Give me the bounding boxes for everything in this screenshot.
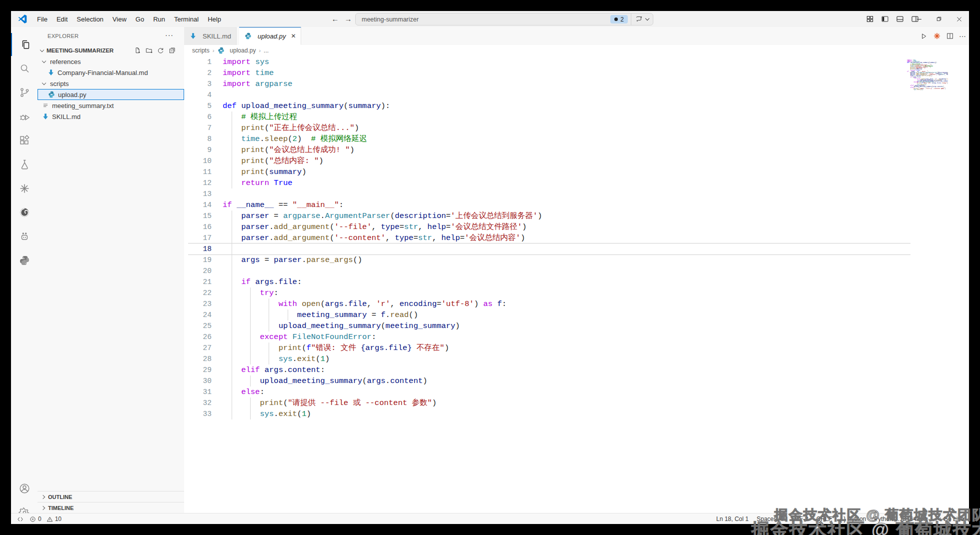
activity-extensions-icon[interactable] (11, 129, 38, 152)
code-line[interactable]: args = parser.parse_args() (223, 254, 362, 266)
chevron-right-icon (41, 495, 45, 499)
sidebar-section-outline[interactable]: OUTLINE (38, 491, 184, 502)
toggle-sidebar-left-icon[interactable] (879, 13, 891, 25)
line-number: 18 (184, 244, 212, 254)
code-line[interactable]: # 模拟上传过程 (223, 112, 297, 122)
indent-guide (232, 178, 232, 188)
code-line[interactable]: elif args.content: (223, 364, 325, 376)
tab-upload-py[interactable]: upload.py✕ (239, 27, 301, 45)
code-line[interactable]: upload_meeting_summary(meeting_summary) (223, 320, 460, 332)
code-line[interactable]: return True (223, 178, 293, 188)
explorer-actions (134, 46, 176, 54)
tree-item-company-financial-manual-md[interactable]: Company-Financial-Manual.md (38, 67, 184, 78)
code-line[interactable]: print("请提供 --file 或 --content 参数") (223, 398, 437, 408)
code-editor[interactable]: 1import sys2import time3import argparse4… (184, 56, 969, 513)
menu-file[interactable]: File (33, 14, 52, 24)
activity-account-icon[interactable] (11, 477, 38, 500)
split-editor-icon[interactable] (946, 32, 954, 40)
nav-back-icon[interactable]: ← (329, 14, 341, 24)
menu-edit[interactable]: Edit (53, 14, 72, 24)
sidebar-more-actions-icon[interactable]: ··· (165, 31, 174, 39)
activity-run-debug-icon[interactable] (11, 105, 38, 128)
notification-badge[interactable]: 2 (610, 15, 628, 24)
chat-button[interactable] (631, 14, 653, 25)
sidebar-section-timeline[interactable]: TIMELINE (38, 502, 184, 514)
menu-run[interactable]: Run (149, 14, 169, 24)
project-section-header[interactable]: MEETING-SUMMARIZER (38, 45, 184, 56)
tree-item-meeting-summary-txt[interactable]: meeting_summary.txt (38, 100, 184, 111)
menu-view[interactable]: View (109, 14, 131, 24)
nav-forward-icon[interactable]: → (342, 14, 354, 24)
code-line[interactable]: try: (223, 288, 279, 298)
restore-icon[interactable] (929, 11, 949, 27)
line-number: 16 (184, 222, 212, 232)
new-file-icon[interactable] (134, 46, 142, 54)
code-line[interactable]: sys.exit(1) (223, 408, 311, 420)
code-line[interactable]: else: (223, 386, 265, 398)
breadcrumb-item[interactable]: ... (264, 47, 269, 54)
status-item-ln-18-col-1[interactable]: Ln 18, Col 1 (716, 516, 749, 522)
search-value[interactable]: meeting-summarizer (356, 16, 610, 23)
chat-bubble-icon (635, 16, 643, 23)
editor-more-actions-icon[interactable]: ··· (959, 32, 966, 40)
minimize-icon[interactable] (909, 11, 929, 27)
activity-explorer-files-icon[interactable] (11, 33, 39, 56)
code-line[interactable]: meeting_summary = f.read() (223, 310, 418, 320)
code-line[interactable]: upload_meeting_summary(args.content) (223, 376, 427, 386)
code-line[interactable]: import time (223, 68, 274, 78)
new-folder-icon[interactable] (145, 46, 153, 54)
menu-terminal[interactable]: Terminal (170, 14, 203, 24)
code-line[interactable]: print("总结内容: ") (223, 156, 324, 166)
code-line[interactable]: sys.exit(1) (223, 354, 330, 364)
problems-indicator[interactable]: 0 10 (30, 516, 62, 522)
activity-source-control-icon[interactable] (11, 81, 38, 104)
activity-python-extension-icon[interactable] (11, 249, 38, 272)
run-ext-icon[interactable] (933, 32, 941, 40)
tree-item-references[interactable]: references (38, 56, 184, 67)
activity-search-icon[interactable] (11, 57, 38, 80)
code-line[interactable]: import argparse (223, 78, 293, 90)
code-line[interactable]: parser.add_argument('--file', type=str, … (223, 222, 527, 232)
activity-asterisk-extension-icon[interactable] (11, 177, 38, 200)
close-icon[interactable]: ✕ (291, 32, 296, 40)
code-line[interactable]: def upload_meeting_summary(summary): (223, 100, 390, 112)
tree-item-upload-py[interactable]: upload.py (38, 89, 184, 100)
refresh-icon[interactable] (157, 46, 165, 54)
minimap[interactable]: import sysimport timeimport argparsedef … (907, 60, 948, 96)
activity-robot-ai-icon[interactable] (11, 225, 38, 248)
activity-testing-flask-icon[interactable] (11, 153, 38, 176)
toggle-panel-icon[interactable] (894, 13, 906, 25)
code-line[interactable]: parser.add_argument('--content', type=st… (223, 232, 525, 244)
breadcrumb-item[interactable]: scripts (192, 47, 210, 54)
activity-swirl-extension-icon[interactable] (11, 201, 38, 224)
tree-item-skill-md[interactable]: SKILL.md (38, 111, 184, 122)
play-icon[interactable] (919, 32, 928, 40)
remote-icon[interactable] (17, 516, 24, 522)
code-line[interactable]: print("正在上传会议总结...") (223, 122, 359, 134)
menu-go[interactable]: Go (132, 14, 148, 24)
code-line[interactable]: if args.file: (223, 276, 302, 288)
code-line[interactable]: except FileNotFoundError: (223, 332, 376, 342)
indent-guide (232, 310, 232, 320)
command-center-search[interactable]: meeting-summarizer 2 (355, 13, 653, 26)
collapse-all-icon[interactable] (168, 46, 176, 54)
customize-layout-icon[interactable] (864, 13, 876, 25)
code-line[interactable]: import sys (223, 56, 269, 68)
menu-help[interactable]: Help (204, 14, 225, 24)
code-line[interactable]: print("会议总结上传成功! ") (223, 144, 355, 156)
code-line[interactable]: print(summary) (223, 166, 306, 178)
breadcrumb[interactable]: scripts›upload.py›... (184, 45, 969, 56)
close-icon[interactable] (949, 11, 969, 27)
code-line[interactable]: with open(args.file, 'r', encoding='utf-… (223, 298, 507, 310)
tab-skill-md[interactable]: SKILL.md (184, 27, 237, 45)
line-number: 15 (184, 210, 212, 222)
indent-guide (250, 398, 251, 408)
line-number: 22 (184, 288, 212, 298)
code-line[interactable]: time.sleep(2) # 模拟网络延迟 (223, 134, 367, 144)
code-line[interactable]: if __name__ == "__main__": (223, 200, 344, 210)
code-line[interactable]: print(f"错误: 文件 {args.file} 不存在") (223, 342, 449, 354)
menu-selection[interactable]: Selection (73, 14, 107, 24)
code-line[interactable]: parser = argparse.ArgumentParser(descrip… (223, 210, 542, 222)
tree-item-scripts[interactable]: scripts (38, 78, 184, 89)
breadcrumb-item[interactable]: upload.py (230, 47, 256, 54)
